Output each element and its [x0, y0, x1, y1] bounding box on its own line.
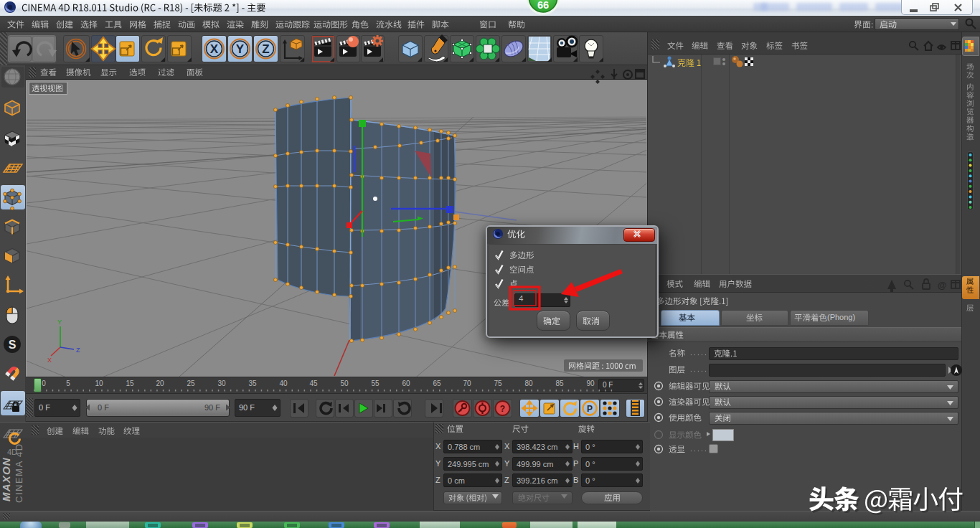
svg-text:X: X: [47, 357, 52, 364]
svg-text:?: ?: [500, 404, 505, 414]
svg-text:S: S: [9, 339, 17, 351]
svg-text:Y: Y: [236, 42, 245, 56]
svg-text:66: 66: [537, 0, 549, 11]
svg-text:Y: Y: [57, 319, 62, 326]
svg-text:Z: Z: [76, 346, 80, 354]
svg-text:Z: Z: [262, 42, 269, 56]
svg-text:@: @: [938, 280, 947, 291]
svg-text:CINEMA 4D: CINEMA 4D: [14, 443, 24, 503]
svg-text:P: P: [587, 404, 593, 414]
svg-text:X: X: [210, 42, 219, 56]
svg-text:MAXON: MAXON: [0, 457, 12, 501]
